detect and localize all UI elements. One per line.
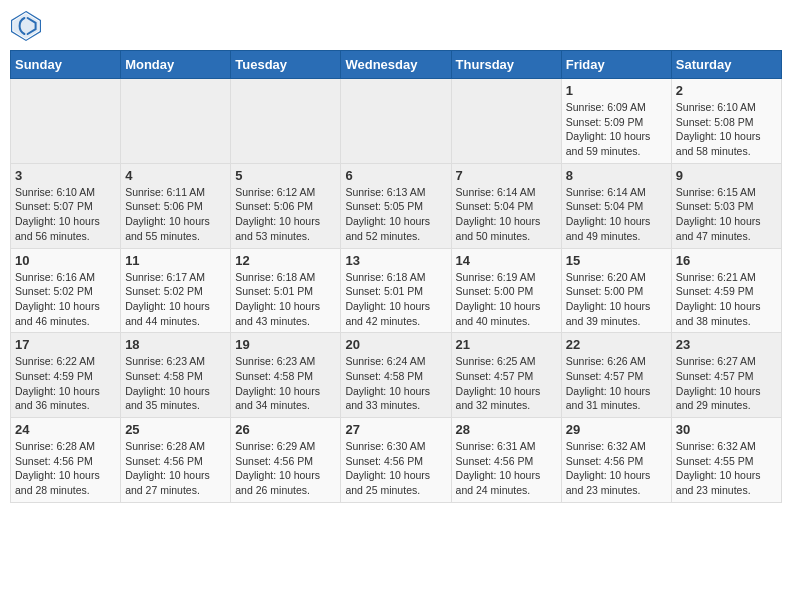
day-of-week-wednesday: Wednesday (341, 51, 451, 79)
day-number: 18 (125, 337, 226, 352)
empty-cell (121, 79, 231, 164)
day-cell-16: 16Sunrise: 6:21 AM Sunset: 4:59 PM Dayli… (671, 248, 781, 333)
day-of-week-thursday: Thursday (451, 51, 561, 79)
calendar-table: SundayMondayTuesdayWednesdayThursdayFrid… (10, 50, 782, 503)
days-of-week-row: SundayMondayTuesdayWednesdayThursdayFrid… (11, 51, 782, 79)
day-info: Sunrise: 6:28 AM Sunset: 4:56 PM Dayligh… (125, 439, 226, 498)
logo (10, 10, 46, 42)
day-cell-26: 26Sunrise: 6:29 AM Sunset: 4:56 PM Dayli… (231, 418, 341, 503)
empty-cell (341, 79, 451, 164)
day-number: 16 (676, 253, 777, 268)
day-info: Sunrise: 6:21 AM Sunset: 4:59 PM Dayligh… (676, 270, 777, 329)
day-info: Sunrise: 6:19 AM Sunset: 5:00 PM Dayligh… (456, 270, 557, 329)
day-info: Sunrise: 6:25 AM Sunset: 4:57 PM Dayligh… (456, 354, 557, 413)
day-number: 5 (235, 168, 336, 183)
day-cell-21: 21Sunrise: 6:25 AM Sunset: 4:57 PM Dayli… (451, 333, 561, 418)
day-info: Sunrise: 6:10 AM Sunset: 5:08 PM Dayligh… (676, 100, 777, 159)
day-info: Sunrise: 6:29 AM Sunset: 4:56 PM Dayligh… (235, 439, 336, 498)
day-info: Sunrise: 6:16 AM Sunset: 5:02 PM Dayligh… (15, 270, 116, 329)
day-cell-4: 4Sunrise: 6:11 AM Sunset: 5:06 PM Daylig… (121, 163, 231, 248)
day-cell-14: 14Sunrise: 6:19 AM Sunset: 5:00 PM Dayli… (451, 248, 561, 333)
day-number: 24 (15, 422, 116, 437)
day-info: Sunrise: 6:11 AM Sunset: 5:06 PM Dayligh… (125, 185, 226, 244)
day-number: 15 (566, 253, 667, 268)
day-of-week-friday: Friday (561, 51, 671, 79)
day-number: 10 (15, 253, 116, 268)
day-cell-15: 15Sunrise: 6:20 AM Sunset: 5:00 PM Dayli… (561, 248, 671, 333)
day-cell-13: 13Sunrise: 6:18 AM Sunset: 5:01 PM Dayli… (341, 248, 451, 333)
day-info: Sunrise: 6:32 AM Sunset: 4:55 PM Dayligh… (676, 439, 777, 498)
day-info: Sunrise: 6:14 AM Sunset: 5:04 PM Dayligh… (456, 185, 557, 244)
day-cell-11: 11Sunrise: 6:17 AM Sunset: 5:02 PM Dayli… (121, 248, 231, 333)
day-info: Sunrise: 6:27 AM Sunset: 4:57 PM Dayligh… (676, 354, 777, 413)
day-number: 21 (456, 337, 557, 352)
day-cell-12: 12Sunrise: 6:18 AM Sunset: 5:01 PM Dayli… (231, 248, 341, 333)
day-cell-5: 5Sunrise: 6:12 AM Sunset: 5:06 PM Daylig… (231, 163, 341, 248)
day-info: Sunrise: 6:30 AM Sunset: 4:56 PM Dayligh… (345, 439, 446, 498)
day-cell-8: 8Sunrise: 6:14 AM Sunset: 5:04 PM Daylig… (561, 163, 671, 248)
day-cell-19: 19Sunrise: 6:23 AM Sunset: 4:58 PM Dayli… (231, 333, 341, 418)
day-number: 14 (456, 253, 557, 268)
day-of-week-monday: Monday (121, 51, 231, 79)
day-info: Sunrise: 6:23 AM Sunset: 4:58 PM Dayligh… (235, 354, 336, 413)
day-number: 19 (235, 337, 336, 352)
day-cell-25: 25Sunrise: 6:28 AM Sunset: 4:56 PM Dayli… (121, 418, 231, 503)
day-of-week-saturday: Saturday (671, 51, 781, 79)
day-number: 25 (125, 422, 226, 437)
day-number: 17 (15, 337, 116, 352)
day-number: 3 (15, 168, 116, 183)
week-row-3: 10Sunrise: 6:16 AM Sunset: 5:02 PM Dayli… (11, 248, 782, 333)
day-cell-28: 28Sunrise: 6:31 AM Sunset: 4:56 PM Dayli… (451, 418, 561, 503)
day-cell-10: 10Sunrise: 6:16 AM Sunset: 5:02 PM Dayli… (11, 248, 121, 333)
day-cell-29: 29Sunrise: 6:32 AM Sunset: 4:56 PM Dayli… (561, 418, 671, 503)
day-number: 23 (676, 337, 777, 352)
day-info: Sunrise: 6:13 AM Sunset: 5:05 PM Dayligh… (345, 185, 446, 244)
day-cell-18: 18Sunrise: 6:23 AM Sunset: 4:58 PM Dayli… (121, 333, 231, 418)
logo-icon (10, 10, 42, 42)
week-row-2: 3Sunrise: 6:10 AM Sunset: 5:07 PM Daylig… (11, 163, 782, 248)
day-number: 27 (345, 422, 446, 437)
day-number: 6 (345, 168, 446, 183)
day-number: 28 (456, 422, 557, 437)
day-number: 29 (566, 422, 667, 437)
day-cell-2: 2Sunrise: 6:10 AM Sunset: 5:08 PM Daylig… (671, 79, 781, 164)
day-info: Sunrise: 6:12 AM Sunset: 5:06 PM Dayligh… (235, 185, 336, 244)
day-info: Sunrise: 6:23 AM Sunset: 4:58 PM Dayligh… (125, 354, 226, 413)
day-info: Sunrise: 6:09 AM Sunset: 5:09 PM Dayligh… (566, 100, 667, 159)
day-info: Sunrise: 6:17 AM Sunset: 5:02 PM Dayligh… (125, 270, 226, 329)
day-number: 12 (235, 253, 336, 268)
day-info: Sunrise: 6:15 AM Sunset: 5:03 PM Dayligh… (676, 185, 777, 244)
day-info: Sunrise: 6:26 AM Sunset: 4:57 PM Dayligh… (566, 354, 667, 413)
day-cell-1: 1Sunrise: 6:09 AM Sunset: 5:09 PM Daylig… (561, 79, 671, 164)
day-info: Sunrise: 6:10 AM Sunset: 5:07 PM Dayligh… (15, 185, 116, 244)
day-cell-30: 30Sunrise: 6:32 AM Sunset: 4:55 PM Dayli… (671, 418, 781, 503)
day-cell-27: 27Sunrise: 6:30 AM Sunset: 4:56 PM Dayli… (341, 418, 451, 503)
day-info: Sunrise: 6:22 AM Sunset: 4:59 PM Dayligh… (15, 354, 116, 413)
day-info: Sunrise: 6:31 AM Sunset: 4:56 PM Dayligh… (456, 439, 557, 498)
empty-cell (231, 79, 341, 164)
day-cell-3: 3Sunrise: 6:10 AM Sunset: 5:07 PM Daylig… (11, 163, 121, 248)
day-cell-7: 7Sunrise: 6:14 AM Sunset: 5:04 PM Daylig… (451, 163, 561, 248)
calendar-header: SundayMondayTuesdayWednesdayThursdayFrid… (11, 51, 782, 79)
day-info: Sunrise: 6:32 AM Sunset: 4:56 PM Dayligh… (566, 439, 667, 498)
day-cell-22: 22Sunrise: 6:26 AM Sunset: 4:57 PM Dayli… (561, 333, 671, 418)
day-info: Sunrise: 6:18 AM Sunset: 5:01 PM Dayligh… (345, 270, 446, 329)
day-number: 11 (125, 253, 226, 268)
day-info: Sunrise: 6:24 AM Sunset: 4:58 PM Dayligh… (345, 354, 446, 413)
day-number: 2 (676, 83, 777, 98)
day-number: 13 (345, 253, 446, 268)
day-cell-9: 9Sunrise: 6:15 AM Sunset: 5:03 PM Daylig… (671, 163, 781, 248)
day-number: 8 (566, 168, 667, 183)
day-number: 9 (676, 168, 777, 183)
day-number: 20 (345, 337, 446, 352)
day-info: Sunrise: 6:20 AM Sunset: 5:00 PM Dayligh… (566, 270, 667, 329)
week-row-1: 1Sunrise: 6:09 AM Sunset: 5:09 PM Daylig… (11, 79, 782, 164)
day-of-week-tuesday: Tuesday (231, 51, 341, 79)
day-cell-17: 17Sunrise: 6:22 AM Sunset: 4:59 PM Dayli… (11, 333, 121, 418)
day-number: 30 (676, 422, 777, 437)
day-number: 1 (566, 83, 667, 98)
day-number: 26 (235, 422, 336, 437)
empty-cell (451, 79, 561, 164)
day-number: 22 (566, 337, 667, 352)
day-of-week-sunday: Sunday (11, 51, 121, 79)
